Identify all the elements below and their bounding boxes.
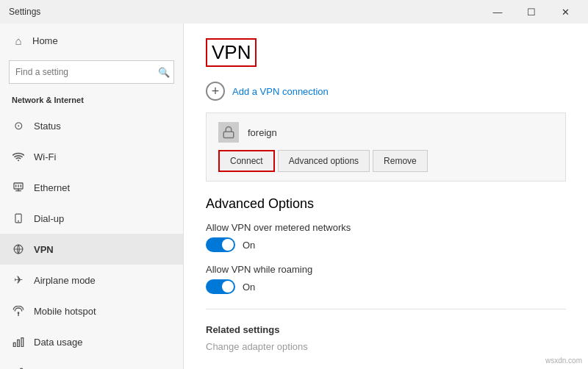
toggle-roaming-value: On — [243, 282, 255, 293]
title-bar: Settings — ☐ ✕ — [0, 0, 588, 24]
home-icon: ⌂ — [12, 34, 25, 47]
option-metered-label: Allow VPN over metered networks — [206, 222, 566, 233]
advanced-options-button[interactable]: Advanced options — [278, 150, 370, 172]
sidebar-search-container: 🔍 — [9, 60, 174, 84]
sidebar-item-status[interactable]: ⊙ Status — [0, 110, 183, 141]
status-icon: ⊙ — [12, 119, 25, 132]
sidebar-item-ethernet[interactable]: Ethernet — [0, 172, 183, 203]
sidebar-item-label: Data usage — [34, 337, 83, 348]
datausage-icon — [12, 335, 25, 348]
sidebar-section-title: Network & Internet — [0, 93, 183, 110]
option-metered-row: Allow VPN over metered networks On — [206, 222, 566, 252]
change-adapter-link[interactable]: Change adapter options — [206, 341, 566, 352]
watermark: wsxdn.com — [545, 357, 582, 365]
maximize-button[interactable]: ☐ — [514, 0, 548, 24]
sidebar-item-home[interactable]: ⌂ Home — [0, 24, 183, 57]
toggle-metered[interactable] — [206, 237, 235, 252]
window-title: Settings — [9, 7, 40, 17]
sidebar-item-airplane[interactable]: ✈ Airplane mode — [0, 265, 183, 295]
svg-rect-21 — [223, 132, 234, 137]
remove-button[interactable]: Remove — [373, 150, 428, 172]
option-roaming-row: Allow VPN while roaming On — [206, 264, 566, 294]
sidebar-item-hotspot[interactable]: Mobile hotspot — [0, 295, 183, 326]
content-area: ⌂ Home 🔍 Network & Internet ⊙ Status — [0, 24, 588, 369]
connect-button[interactable]: Connect — [218, 150, 275, 172]
add-icon: + — [206, 82, 225, 101]
sidebar-item-proxy[interactable]: Proxy — [0, 357, 183, 369]
close-button[interactable]: ✕ — [548, 0, 582, 24]
wifi-icon — [12, 150, 25, 163]
advanced-options-section: Advanced Options Allow VPN over metered … — [206, 196, 566, 294]
svg-rect-13 — [13, 343, 15, 346]
vpn-connection-icon — [218, 122, 239, 143]
sidebar-item-wifi[interactable]: Wi-Fi — [0, 141, 183, 172]
sidebar-item-label: Airplane mode — [34, 275, 96, 286]
hotspot-icon — [12, 304, 25, 318]
window-controls: — ☐ ✕ — [481, 0, 582, 24]
vpn-connection-name: foreign — [248, 127, 277, 138]
vpn-icon — [12, 243, 25, 256]
svg-rect-15 — [21, 338, 24, 347]
sidebar: ⌂ Home 🔍 Network & Internet ⊙ Status — [0, 24, 184, 369]
sidebar-item-label: Mobile hotspot — [34, 306, 96, 317]
proxy-icon — [12, 366, 25, 369]
sidebar-item-dialup[interactable]: Dial-up — [0, 203, 183, 234]
add-vpn-row[interactable]: + Add a VPN connection — [206, 82, 566, 101]
sidebar-item-vpn[interactable]: VPN — [0, 234, 183, 265]
toggle-metered-row: On — [206, 237, 566, 252]
vpn-actions: Connect Advanced options Remove — [218, 150, 553, 172]
vpn-connection-card: foreign Connect Advanced options Remove — [206, 112, 566, 182]
toggle-roaming-row: On — [206, 279, 566, 294]
ethernet-icon — [12, 181, 25, 194]
svg-point-0 — [18, 160, 19, 161]
svg-rect-14 — [18, 340, 20, 346]
home-label: Home — [32, 35, 58, 46]
sidebar-item-label: Ethernet — [34, 182, 70, 193]
option-roaming-label: Allow VPN while roaming — [206, 264, 566, 275]
sidebar-item-datausage[interactable]: Data usage — [0, 326, 183, 357]
search-input[interactable] — [9, 60, 174, 84]
related-settings-title: Related settings — [206, 324, 566, 335]
main-content: VPN + Add a VPN connection foreign Co — [184, 24, 588, 369]
advanced-options-title: Advanced Options — [206, 196, 566, 212]
sidebar-item-label: Wi-Fi — [34, 151, 56, 162]
settings-window: Settings — ☐ ✕ ⌂ Home 🔍 Network & Intern… — [0, 0, 588, 369]
dialup-icon — [12, 212, 25, 225]
sidebar-item-label: Status — [34, 121, 61, 132]
section-divider — [206, 309, 566, 309]
airplane-icon: ✈ — [12, 273, 25, 287]
toggle-metered-value: On — [243, 240, 255, 251]
toggle-roaming[interactable] — [206, 279, 235, 294]
page-title: VPN — [206, 38, 257, 67]
sidebar-item-label: Dial-up — [34, 213, 64, 224]
search-icon: 🔍 — [158, 67, 170, 78]
sidebar-item-label: VPN — [34, 244, 54, 255]
add-vpn-label: Add a VPN connection — [232, 86, 329, 97]
vpn-connection-header: foreign — [218, 122, 553, 143]
minimize-button[interactable]: — — [481, 0, 514, 24]
related-settings-section: Related settings Change adapter options — [206, 324, 566, 352]
